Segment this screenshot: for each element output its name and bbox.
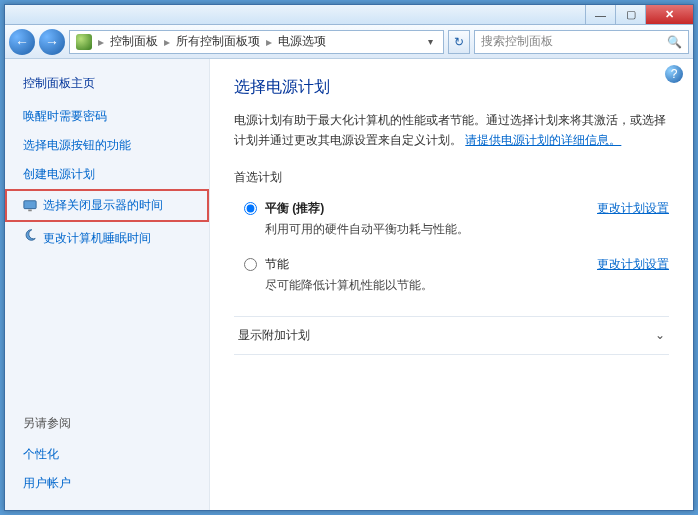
- control-panel-icon: [76, 34, 92, 50]
- page-title: 选择电源计划: [234, 77, 669, 98]
- address-bar[interactable]: ▸ 控制面板 ▸ 所有控制面板项 ▸ 电源选项 ▾: [69, 30, 444, 54]
- plan-name: 平衡 (推荐): [265, 200, 597, 217]
- breadcrumb[interactable]: 所有控制面板项: [176, 33, 260, 50]
- search-input[interactable]: 搜索控制面板 🔍: [474, 30, 689, 54]
- minimize-button[interactable]: —: [585, 5, 615, 24]
- plan-saver: 节能 尽可能降低计算机性能以节能。 更改计划设置: [234, 252, 669, 308]
- sidebar-link-user-accounts[interactable]: 用户帐户: [5, 469, 209, 498]
- window: — ▢ ✕ ← → ▸ 控制面板 ▸ 所有控制面板项 ▸ 电源选项 ▾ ↻ 搜索…: [4, 4, 694, 511]
- sidebar-link-display-off[interactable]: 选择关闭显示器的时间: [5, 189, 209, 222]
- sidebar-link-power-button[interactable]: 选择电源按钮的功能: [5, 131, 209, 160]
- see-also-header: 另请参阅: [5, 411, 209, 440]
- sidebar-item-label: 选择关闭显示器的时间: [43, 197, 163, 214]
- refresh-button[interactable]: ↻: [448, 30, 470, 54]
- navbar: ← → ▸ 控制面板 ▸ 所有控制面板项 ▸ 电源选项 ▾ ↻ 搜索控制面板 🔍: [5, 25, 693, 59]
- search-icon[interactable]: 🔍: [667, 35, 682, 49]
- monitor-icon: [23, 199, 37, 213]
- sidebar-link-create-plan[interactable]: 创建电源计划: [5, 160, 209, 189]
- plan-saver-radio[interactable]: [244, 258, 257, 271]
- change-plan-link[interactable]: 更改计划设置: [597, 200, 669, 217]
- back-button[interactable]: ←: [9, 29, 35, 55]
- sidebar-link-personalize[interactable]: 个性化: [5, 440, 209, 469]
- svg-rect-1: [28, 209, 32, 211]
- search-placeholder: 搜索控制面板: [481, 33, 553, 50]
- desc-link[interactable]: 请提供电源计划的详细信息。: [465, 133, 621, 147]
- plan-desc: 尽可能降低计算机性能以节能。: [265, 277, 597, 294]
- maximize-button[interactable]: ▢: [615, 5, 645, 24]
- sidebar-link-sleep-time[interactable]: 更改计算机睡眠时间: [5, 222, 209, 253]
- change-plan-link[interactable]: 更改计划设置: [597, 256, 669, 273]
- breadcrumb[interactable]: 控制面板: [110, 33, 158, 50]
- svg-rect-0: [24, 200, 36, 208]
- forward-button[interactable]: →: [39, 29, 65, 55]
- sidebar-item-label: 更改计算机睡眠时间: [43, 231, 151, 245]
- chevron-down-icon[interactable]: ▾: [424, 36, 437, 47]
- show-additional-plans[interactable]: 显示附加计划 ⌄: [234, 316, 669, 355]
- breadcrumb[interactable]: 电源选项: [278, 33, 326, 50]
- plan-name: 节能: [265, 256, 597, 273]
- titlebar: — ▢ ✕: [5, 5, 693, 25]
- chevron-right-icon: ▸: [266, 35, 272, 49]
- plan-balanced: 平衡 (推荐) 利用可用的硬件自动平衡功耗与性能。 更改计划设置: [234, 196, 669, 252]
- close-button[interactable]: ✕: [645, 5, 693, 24]
- moon-icon: [23, 228, 37, 242]
- sidebar: 控制面板主页 唤醒时需要密码 选择电源按钮的功能 创建电源计划 选择关闭显示器的…: [5, 59, 210, 510]
- sidebar-link-wake-password[interactable]: 唤醒时需要密码: [5, 102, 209, 131]
- expand-label: 显示附加计划: [238, 327, 310, 344]
- chevron-right-icon: ▸: [98, 35, 104, 49]
- main-content: ? 选择电源计划 电源计划有助于最大化计算机的性能或者节能。通过选择计划来将其激…: [210, 59, 693, 510]
- section-preferred: 首选计划: [234, 169, 669, 186]
- plan-balanced-radio[interactable]: [244, 202, 257, 215]
- sidebar-home[interactable]: 控制面板主页: [5, 71, 209, 102]
- plan-desc: 利用可用的硬件自动平衡功耗与性能。: [265, 221, 597, 238]
- help-icon[interactable]: ?: [665, 65, 683, 83]
- body: 控制面板主页 唤醒时需要密码 选择电源按钮的功能 创建电源计划 选择关闭显示器的…: [5, 59, 693, 510]
- chevron-down-icon: ⌄: [655, 328, 665, 342]
- page-description: 电源计划有助于最大化计算机的性能或者节能。通过选择计划来将其激活，或选择计划并通…: [234, 110, 669, 151]
- chevron-right-icon: ▸: [164, 35, 170, 49]
